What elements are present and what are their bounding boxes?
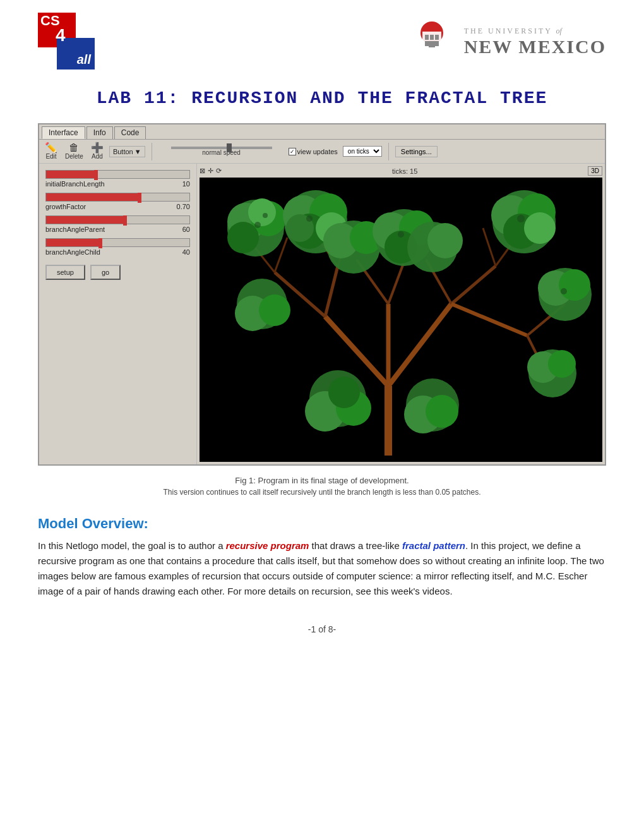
slider-branch-angle-parent: branchAngleParent 60 xyxy=(45,215,190,233)
svg-point-72 xyxy=(398,231,404,238)
unm-text-block: THE UNIVERSITY of NEW MEXICO xyxy=(464,25,606,57)
simulation-window: Interface Info Code ✏️ Edit 🗑 Delete ➕ A… xyxy=(38,123,606,466)
slider-initial-branch-length: initialBranchLength 10 xyxy=(45,170,190,188)
toolbar-separator-2 xyxy=(388,143,389,160)
sim-view-header: ⊠ ✛ ⟳ ticks: 15 3D xyxy=(200,166,602,176)
delete-button[interactable]: 🗑 Delete xyxy=(63,142,85,160)
overview-section: Model Overview: In this Netlogo model, t… xyxy=(38,516,606,599)
tab-info[interactable]: Info xyxy=(86,126,113,139)
sim-tabs: Interface Info Code xyxy=(39,124,605,140)
edit-label: Edit xyxy=(45,153,56,160)
fractal-tree-svg xyxy=(200,178,602,462)
svg-point-73 xyxy=(517,215,525,222)
button-type-label: Button xyxy=(113,148,133,155)
slider-fill-4 xyxy=(46,239,100,246)
svg-rect-6 xyxy=(435,41,439,46)
slider-fill-3 xyxy=(46,216,125,224)
page-header: CS 4 all THE UNIVERSITY of NEW MEXICO xyxy=(38,13,606,70)
speed-label: normal speed xyxy=(202,149,241,156)
speed-thumb xyxy=(227,143,232,152)
edit-icon: ✏️ xyxy=(45,143,57,153)
slider-track-1[interactable] xyxy=(45,170,190,179)
sim-left-panel: initialBranchLength 10 growthFactor 0.70 xyxy=(39,164,197,464)
slider-fill-1 xyxy=(46,171,96,178)
svg-point-68 xyxy=(426,395,458,428)
speed-track xyxy=(171,147,272,149)
svg-point-71 xyxy=(306,215,313,222)
svg-rect-4 xyxy=(435,35,439,40)
slider-name-2: growthFactor xyxy=(45,203,86,210)
delete-icon: 🗑 xyxy=(69,143,79,153)
svg-rect-3 xyxy=(430,35,434,40)
unm-name-label: NEW MEXICO xyxy=(464,36,606,57)
svg-point-52 xyxy=(524,212,556,244)
slider-value-1: 10 xyxy=(168,180,190,188)
svg-point-47 xyxy=(427,223,463,258)
slider-name-3: branchAngleParent xyxy=(45,226,105,233)
view-updates-label: view updates xyxy=(297,148,338,155)
tab-interface[interactable]: Interface xyxy=(42,126,85,139)
add-icon: ➕ xyxy=(91,143,104,153)
figure-caption: Fig 1: Program in its final stage of dev… xyxy=(38,476,606,485)
slider-value-2: 0.70 xyxy=(168,203,190,210)
three-d-button[interactable]: 3D xyxy=(588,166,602,176)
tab-code[interactable]: Code xyxy=(114,126,146,139)
slider-label-row-2: growthFactor 0.70 xyxy=(45,203,190,210)
reset-icon[interactable]: ⟳ xyxy=(216,167,222,175)
on-ticks-select[interactable]: on ticks xyxy=(343,146,382,157)
unm-building-icon xyxy=(410,19,454,63)
sim-right-panel: ⊠ ✛ ⟳ ticks: 15 3D xyxy=(197,164,605,464)
unm-the-label: THE UNIVERSITY of xyxy=(464,25,606,36)
slider-value-4: 40 xyxy=(168,248,190,256)
slider-thumb-1 xyxy=(94,170,98,180)
cs4all-logo: CS 4 all xyxy=(38,13,95,70)
overview-body: In this Netlogo model, the goal is to au… xyxy=(38,538,606,599)
view-updates-section: ✓ view updates on ticks xyxy=(289,146,382,157)
svg-point-58 xyxy=(548,350,576,378)
ticks-display: ticks: 15 xyxy=(392,167,417,175)
slider-branch-angle-child: branchAngleChild 40 xyxy=(45,238,190,256)
slider-name-1: initialBranchLength xyxy=(45,180,105,188)
toolbar-separator xyxy=(152,143,152,160)
pan-icon[interactable]: ✛ xyxy=(208,167,213,175)
button-type-selector[interactable]: Button ▼ xyxy=(109,146,145,157)
svg-point-61 xyxy=(259,294,290,326)
slider-growth-factor: growthFactor 0.70 xyxy=(45,193,190,210)
page-title: Lab 11: Recursion and the Fractal Tree xyxy=(38,88,606,108)
slider-label-row-3: branchAngleParent 60 xyxy=(45,226,190,233)
svg-rect-5 xyxy=(425,41,429,46)
sim-buttons: setup go xyxy=(45,265,190,280)
fractal-tree-canvas xyxy=(200,178,602,462)
logo-all-text: all xyxy=(77,52,91,67)
speed-slider[interactable] xyxy=(171,147,272,149)
go-button[interactable]: go xyxy=(90,265,121,280)
slider-track-3[interactable] xyxy=(45,215,190,224)
setup-button[interactable]: setup xyxy=(45,265,85,280)
view-updates-checkbox[interactable]: ✓ xyxy=(289,148,296,155)
svg-rect-7 xyxy=(429,41,435,47)
add-button[interactable]: ➕ Add xyxy=(89,142,105,160)
overview-text-2: that draws a tree-like xyxy=(309,540,402,551)
settings-button[interactable]: Settings... xyxy=(395,146,438,157)
svg-point-70 xyxy=(263,213,268,218)
edit-button[interactable]: ✏️ Edit xyxy=(43,142,59,160)
sim-toolbar: ✏️ Edit 🗑 Delete ➕ Add Button ▼ normal s… xyxy=(39,140,605,164)
slider-track-4[interactable] xyxy=(45,238,190,247)
speed-control: normal speed xyxy=(158,147,285,156)
dropdown-arrow-icon: ▼ xyxy=(134,148,141,155)
view-updates-checkbox-label[interactable]: ✓ view updates xyxy=(289,148,338,155)
view-control-icons: ⊠ ✛ ⟳ xyxy=(200,167,222,175)
slider-thumb-3 xyxy=(123,215,127,226)
recursive-program-highlight: recursive program xyxy=(226,540,309,551)
svg-point-65 xyxy=(328,377,360,408)
figure-subcaption: This version continues to call itself re… xyxy=(38,488,606,497)
slider-label-row-4: branchAngleChild 40 xyxy=(45,248,190,256)
sim-main: initialBranchLength 10 growthFactor 0.70 xyxy=(39,164,605,464)
overview-title: Model Overview: xyxy=(38,516,606,532)
slider-label-row-1: initialBranchLength 10 xyxy=(45,180,190,188)
svg-point-74 xyxy=(561,288,567,294)
add-label: Add xyxy=(92,153,103,160)
slider-track-2[interactable] xyxy=(45,193,190,202)
zoom-icon[interactable]: ⊠ xyxy=(200,167,205,175)
svg-point-55 xyxy=(559,269,590,301)
